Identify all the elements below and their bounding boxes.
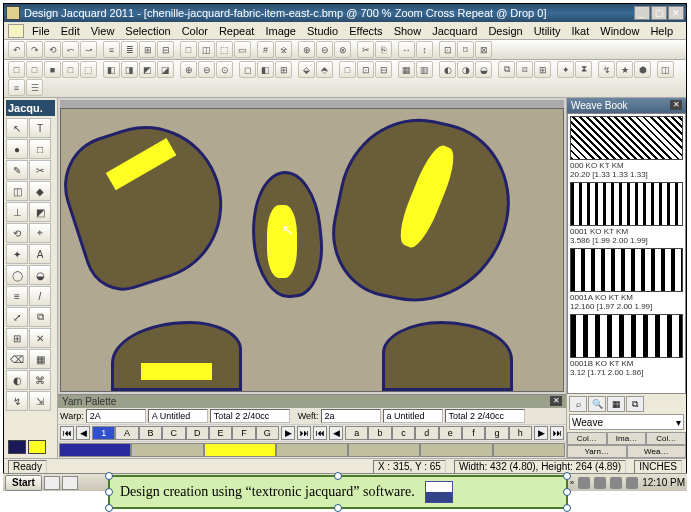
toolbar-button[interactable]: ◒ xyxy=(475,61,492,78)
toolbar-button[interactable]: ⊞ xyxy=(275,61,292,78)
toolbar-button[interactable]: ⧗ xyxy=(575,61,592,78)
design-canvas[interactable]: ↖ xyxy=(60,108,564,392)
toolbar-button[interactable]: ⌑ xyxy=(457,41,474,58)
yarn-column[interactable]: C xyxy=(162,426,185,440)
tool-button[interactable]: ✂ xyxy=(29,160,51,180)
weave-item[interactable]: 0001B KO KT KM3.12 [1.71 2.00 1.86] xyxy=(570,314,683,377)
weave-book-close[interactable]: ✕ xyxy=(670,100,682,110)
toolbar-button[interactable]: ⊕ xyxy=(298,41,315,58)
yarn-column[interactable]: g xyxy=(485,426,508,440)
toolbar-button[interactable]: ↶ xyxy=(8,41,25,58)
toolbar-button[interactable]: ☰ xyxy=(26,79,43,96)
menu-view[interactable]: View xyxy=(86,24,120,38)
nav-last[interactable]: ⏭ xyxy=(297,426,311,440)
menu-utility[interactable]: Utility xyxy=(529,24,566,38)
tool-button[interactable]: ⤢ xyxy=(6,307,28,327)
toolbar-button[interactable]: ⊖ xyxy=(316,41,333,58)
toolbar-button[interactable]: ■ xyxy=(44,61,61,78)
nav-next-2[interactable]: ▶ xyxy=(534,426,548,440)
yarn-column[interactable]: 1 xyxy=(92,426,115,440)
tray-icon-3[interactable] xyxy=(610,477,622,489)
yarn-color-swatch[interactable] xyxy=(420,443,492,457)
toolbar-button[interactable]: ⊡ xyxy=(357,61,374,78)
yarn-palette-close[interactable]: ✕ xyxy=(550,396,562,406)
toolbar-button[interactable]: ◨ xyxy=(121,61,138,78)
yarn-color-swatch[interactable] xyxy=(276,443,348,457)
tool-button[interactable]: ↖ xyxy=(6,118,28,138)
toolbar-button[interactable]: □ xyxy=(339,61,356,78)
toolbar-button[interactable]: ⟲ xyxy=(44,41,61,58)
tool-button[interactable]: ◯ xyxy=(6,265,28,285)
toolbar-button[interactable]: ⤻ xyxy=(80,41,97,58)
tray-icon-4[interactable] xyxy=(626,477,638,489)
menu-edit[interactable]: Edit xyxy=(56,24,85,38)
nav-prev-2[interactable]: ◀ xyxy=(329,426,343,440)
toolbar-button[interactable]: ⊖ xyxy=(198,61,215,78)
toolbar-button[interactable]: ↔ xyxy=(398,41,415,58)
toolbar-button[interactable]: ⊙ xyxy=(216,61,233,78)
toolbar-button[interactable]: ※ xyxy=(275,41,292,58)
yarn-column[interactable]: D xyxy=(186,426,209,440)
toolbar-button[interactable]: ▥ xyxy=(416,61,433,78)
yarn-column[interactable]: B xyxy=(139,426,162,440)
nav-next[interactable]: ▶ xyxy=(281,426,295,440)
tool-button[interactable]: ✎ xyxy=(6,160,28,180)
tool-button[interactable]: / xyxy=(29,286,51,306)
close-button[interactable]: ✕ xyxy=(668,6,684,20)
toolbar-button[interactable]: ≣ xyxy=(121,41,138,58)
weave-item[interactable]: 0001 KO KT KM3.586 [1.99 2.00 1.99] xyxy=(570,182,683,245)
menu-studio[interactable]: Studio xyxy=(302,24,343,38)
toolbar-button[interactable]: ◧ xyxy=(103,61,120,78)
tool-button[interactable]: ◫ xyxy=(6,181,28,201)
toolbar-button[interactable]: ⊞ xyxy=(534,61,551,78)
nav-first-2[interactable]: ⏮ xyxy=(313,426,327,440)
toolbar-button[interactable]: □ xyxy=(180,41,197,58)
tool-button[interactable]: ◐ xyxy=(6,370,28,390)
toolbar-button[interactable]: ⊕ xyxy=(180,61,197,78)
yarn-column[interactable]: b xyxy=(368,426,391,440)
start-button[interactable]: Start xyxy=(5,475,42,491)
yarn-column[interactable]: f xyxy=(462,426,485,440)
yarn-column[interactable]: E xyxy=(209,426,232,440)
minimize-button[interactable]: _ xyxy=(634,6,650,20)
toolbar-button[interactable]: ⬚ xyxy=(216,41,233,58)
toolbar-button[interactable]: ◐ xyxy=(439,61,456,78)
yarn-color-swatch[interactable] xyxy=(204,443,276,457)
weave-tab[interactable]: Yarn… xyxy=(567,445,627,458)
tool-button[interactable]: ● xyxy=(6,139,28,159)
yarn-column[interactable]: h xyxy=(509,426,532,440)
menu-file[interactable]: File xyxy=(27,24,55,38)
toolbar-button[interactable]: ◪ xyxy=(157,61,174,78)
nav-first[interactable]: ⏮ xyxy=(60,426,74,440)
tray-icon-1[interactable] xyxy=(578,477,590,489)
weave-item[interactable]: 0001A KO KT KM12.160 [1.97 2.00 1.99] xyxy=(570,248,683,311)
weave-list[interactable]: 000 KO KT KM20.20 [1.33 1.33 1.33]0001 K… xyxy=(567,113,686,394)
toolbar-button[interactable]: ↷ xyxy=(26,41,43,58)
toolbar-button[interactable]: ↯ xyxy=(598,61,615,78)
yarn-color-swatch[interactable] xyxy=(493,443,565,457)
yarn-column[interactable]: F xyxy=(232,426,255,440)
toolbar-button[interactable]: ◧ xyxy=(257,61,274,78)
tool-button[interactable]: ⇲ xyxy=(29,391,51,411)
tool-button[interactable]: A xyxy=(29,244,51,264)
tool-button[interactable]: ◩ xyxy=(29,202,51,222)
yarn-color-swatch[interactable] xyxy=(348,443,420,457)
yarn-column[interactable]: d xyxy=(415,426,438,440)
fg-swatch[interactable] xyxy=(28,440,46,454)
weft-value[interactable]: 2a xyxy=(321,409,381,423)
toolbar-button[interactable]: ◻ xyxy=(239,61,256,78)
tool-button[interactable]: T xyxy=(29,118,51,138)
toolbar-button[interactable]: ≡ xyxy=(103,41,120,58)
toolbar-button[interactable]: ★ xyxy=(616,61,633,78)
weave-tab[interactable]: Ima… xyxy=(607,432,647,445)
tool-button[interactable]: ⧉ xyxy=(29,307,51,327)
toolbar-button[interactable]: ⤺ xyxy=(62,41,79,58)
menu-selection[interactable]: Selection xyxy=(120,24,175,38)
tool-button[interactable]: ◒ xyxy=(29,265,51,285)
toolbar-button[interactable]: ⬙ xyxy=(298,61,315,78)
tool-button[interactable]: ✕ xyxy=(29,328,51,348)
yarn-column[interactable]: e xyxy=(439,426,462,440)
toolbar-button[interactable]: ≡ xyxy=(8,79,25,96)
menu-ikat[interactable]: Ikat xyxy=(567,24,595,38)
tool-button[interactable]: ↯ xyxy=(6,391,28,411)
